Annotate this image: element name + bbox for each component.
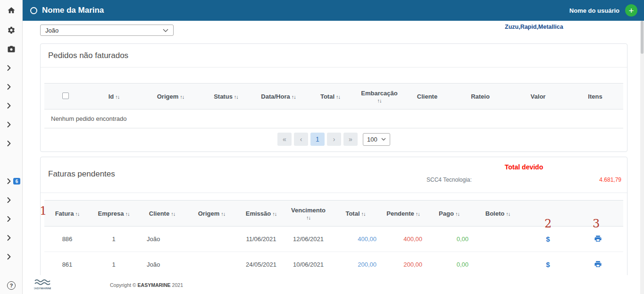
column-itens[interactable]: Itens (567, 84, 623, 109)
sort-icon: ↑↓ (416, 211, 420, 217)
column-status[interactable]: Status↑↓ (200, 84, 252, 109)
select-all-cell (44, 84, 87, 109)
chevron-right-icon (7, 122, 11, 127)
chevron-right-icon (7, 216, 11, 222)
cell-pendente: 200,00 (380, 252, 426, 277)
cell-total: 200,00 (331, 252, 380, 277)
copyright-year: 2021 (172, 282, 183, 288)
sidebar-home-button[interactable] (0, 0, 22, 21)
page-size-value: 100 (367, 136, 377, 143)
chevron-down-icon (381, 138, 386, 141)
printer-icon[interactable] (594, 260, 602, 268)
scrollbar-track[interactable] (640, 21, 644, 294)
sidebar-nav-item[interactable] (0, 228, 22, 247)
cell-boleto (472, 227, 523, 252)
cell-empresa: 1 (90, 227, 137, 252)
select-all-checkbox[interactable] (62, 92, 69, 99)
sidebar-camera-button[interactable] (0, 40, 22, 59)
sidebar-nav-item[interactable] (0, 134, 22, 153)
plus-icon: + (628, 6, 634, 15)
sidebar-spacer (0, 153, 22, 172)
gear-icon (7, 26, 16, 34)
column-rateio[interactable]: Rateio (452, 84, 509, 109)
sidebar-nav-item[interactable] (0, 115, 22, 134)
column-vencimento[interactable]: Vencimento↑↓ (286, 201, 331, 227)
pagination-next-button[interactable]: › (327, 133, 341, 146)
pagination-first-button[interactable]: « (277, 133, 292, 146)
column-fatura[interactable]: Fatura↑↓ (44, 201, 90, 227)
total-row: SCC4 Tecnologia: 4.681,79 (427, 176, 621, 183)
column-boleto[interactable]: Boleto↑↓ (472, 201, 523, 227)
sort-icon: ↑↓ (234, 94, 238, 100)
cell-total: 400,00 (331, 227, 380, 252)
pagination-page-1-button[interactable]: 1 (310, 133, 325, 146)
column-emissao[interactable]: Emissão↑↓ (236, 201, 286, 227)
column-embarcacao[interactable]: Embarcação↑↓ (356, 84, 403, 109)
cell-vencimento: 12/06/2021 (286, 227, 331, 252)
camera-icon (7, 45, 16, 53)
sidebar-nav-item[interactable] (0, 247, 22, 266)
topbar: Nome da Marina Nome do usuário + (23, 0, 644, 21)
sort-icon: ↑↓ (171, 211, 175, 217)
chevron-right-icon (7, 141, 11, 146)
column-total[interactable]: Total↑↓ (305, 84, 356, 109)
cell-cliente: João (137, 227, 187, 252)
page-size-select[interactable]: 100 (363, 133, 390, 146)
column-id[interactable]: Id↑↓ (87, 84, 141, 109)
sort-icon: ↑↓ (125, 211, 129, 217)
sidebar-nav-item[interactable] (0, 210, 22, 228)
sort-icon: ↑↓ (506, 211, 510, 217)
home-icon (7, 6, 16, 15)
brand: Nome da Marina (30, 6, 104, 15)
column-cliente[interactable]: Cliente↑↓ (137, 201, 187, 227)
copyright: Copyright ©EASYMARINE2021 (110, 282, 183, 288)
chevron-right-icon (7, 235, 11, 241)
sidebar-nav-item[interactable] (0, 96, 22, 115)
column-total[interactable]: Total↑↓ (331, 201, 380, 227)
column-datahora[interactable]: Data/Hora↑↓ (252, 84, 305, 109)
column-origem[interactable]: Origem↑↓ (141, 84, 200, 109)
sort-icon: ↑↓ (455, 211, 460, 217)
pagination-last-button[interactable]: » (343, 133, 358, 146)
column-pendente[interactable]: Pendente↑↓ (380, 201, 426, 227)
pedidos-table: Id↑↓ Origem↑↓ Status↑↓ Data/Hora↑↓ Total… (44, 83, 623, 128)
company-label: SCC4 Tecnologia: (427, 176, 472, 183)
sidebar-settings-button[interactable] (0, 21, 22, 40)
cell-empresa: 1 (90, 252, 137, 277)
boats-list: Zuzu,Rapid,Metallica (505, 24, 563, 30)
column-origem[interactable]: Origem↑↓ (187, 201, 236, 227)
sort-icon: ↑↓ (221, 211, 225, 217)
column-cliente[interactable]: Cliente (403, 84, 452, 109)
sidebar-nav-item[interactable] (0, 59, 22, 77)
sidebar-nav-item-notifications[interactable]: 6 (0, 172, 22, 191)
column-pago[interactable]: Pago↑↓ (426, 201, 472, 227)
sidebar-nav-item[interactable] (0, 191, 22, 210)
charge-icon[interactable]: $ (546, 260, 550, 269)
charge-icon[interactable]: $ (546, 235, 550, 243)
cell-vencimento: 10/06/2021 (286, 252, 331, 277)
pagination-prev-button[interactable]: ‹ (294, 133, 308, 146)
faturas-card: Faturas pendentes Total devido SCC4 Tecn… (40, 157, 627, 277)
printer-icon[interactable] (594, 235, 602, 243)
empty-message: Nenhum pedido encontrado (44, 109, 623, 128)
sort-icon: ↑↓ (272, 211, 276, 217)
annotation-3: 3 (593, 217, 600, 230)
faturas-title: Faturas pendentes (48, 169, 115, 179)
scrollbar-thumb[interactable] (641, 21, 644, 54)
user-name[interactable]: Nome do usuário (569, 7, 619, 14)
cell-fatura: 886 (44, 227, 90, 252)
sidebar-nav-item[interactable] (0, 77, 22, 96)
client-filter-select[interactable]: João (40, 25, 174, 36)
copyright-brand: EASYMARINE (138, 282, 171, 288)
cell-emissao: 11/06/2021 (236, 227, 286, 252)
column-valor[interactable]: Valor (509, 84, 567, 109)
column-empresa[interactable]: Empresa↑↓ (90, 201, 137, 227)
sort-icon: ↑↓ (75, 211, 79, 217)
sort-icon: ↑↓ (180, 94, 184, 100)
cell-cobrar: $ (523, 252, 573, 277)
cell-fatura: 861 (44, 252, 90, 277)
add-button[interactable]: + (625, 4, 637, 17)
pedidos-title-bar: Pedidos não faturados (41, 44, 627, 67)
easymarine-logo: EASYMARINE (34, 278, 51, 293)
help-button[interactable]: ? (7, 281, 16, 290)
